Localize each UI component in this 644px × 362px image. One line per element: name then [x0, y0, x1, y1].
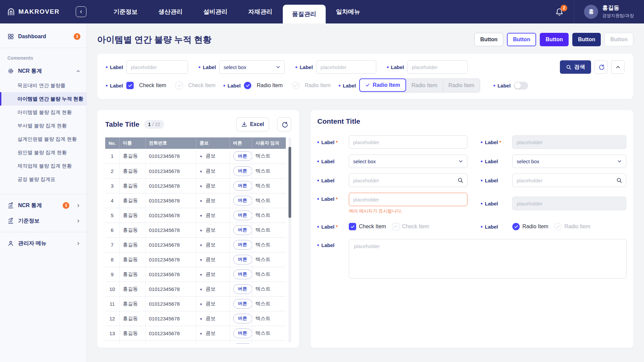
table-refresh-button[interactable] — [277, 117, 291, 131]
row-button[interactable]: 버튼 — [233, 299, 252, 309]
sidebar-subitem[interactable]: 제적업체 불량 집계 현황 — [0, 159, 86, 173]
row-custom: 텍스트 — [252, 282, 286, 296]
toggle-switch-off[interactable] — [514, 82, 528, 89]
table-title: Table Title — [105, 120, 139, 128]
row-combo[interactable]: ▼콤보 — [196, 311, 230, 326]
sidebar-item-dashboard[interactable]: Dashboard 3 — [0, 29, 86, 44]
search-field[interactable] — [512, 174, 626, 187]
row-combo[interactable]: ▼콤보 — [196, 296, 230, 311]
row-combo[interactable]: ▼콤보 — [196, 326, 230, 341]
textarea-field[interactable] — [349, 239, 627, 279]
row-button[interactable]: 버튼 — [233, 181, 252, 191]
row-combo[interactable]: ▼콤보 — [196, 223, 230, 237]
sidebar-subitem[interactable]: 공정 불량 집계표 — [0, 173, 86, 186]
sidebar-group-ncr-stats[interactable]: NCR 통계 — [0, 63, 86, 79]
sidebar-collapse-button[interactable] — [76, 6, 86, 17]
row-combo[interactable]: ▼콤보 — [196, 164, 230, 178]
main-menu-item[interactable]: 설비관리 — [193, 8, 238, 16]
notifications-button[interactable]: 2 — [555, 7, 564, 16]
outline-button[interactable]: Button — [474, 33, 503, 46]
row-combo[interactable]: ▼콤보 — [196, 341, 230, 344]
filter-text-input[interactable] — [126, 60, 188, 74]
search-field[interactable] — [349, 174, 467, 187]
sidebar: Dashboard 3 Comonents NCR 통계 목표대비 연간 불량률… — [0, 23, 87, 362]
divider — [0, 48, 86, 48]
filter-select[interactable]: select box — [219, 60, 285, 74]
table-row: 7홍길동01012345678▼콤보버튼텍스트 — [105, 237, 286, 252]
radio-checked[interactable] — [244, 82, 251, 89]
row-combo[interactable]: ▼콤보 — [196, 282, 230, 296]
radio-checked[interactable] — [512, 223, 520, 230]
row-combo[interactable]: ▼콤보 — [196, 267, 230, 282]
checkbox-checked[interactable] — [126, 82, 134, 89]
row-button[interactable]: 버튼 — [233, 225, 252, 235]
row-combo[interactable]: ▼콤보 — [196, 193, 230, 208]
outline-accent-button[interactable]: Button — [507, 33, 536, 46]
row-button-cell: 버튼 — [230, 267, 252, 282]
error-input[interactable] — [349, 193, 467, 206]
row-combo[interactable]: ▼콤보 — [196, 149, 230, 164]
main-menu-item[interactable]: 생산관리 — [148, 8, 193, 16]
brand[interactable]: MAKROVER — [7, 7, 60, 16]
sidebar-subitem[interactable]: 원인별 불량 집계 현황 — [0, 146, 86, 159]
row-button[interactable]: 버튼 — [233, 210, 252, 220]
combo-label: 콤보 — [205, 212, 215, 218]
search-button[interactable]: 검색 — [560, 60, 591, 74]
sidebar-item-base-info[interactable]: 기준정보 — [0, 213, 86, 229]
excel-export-button[interactable]: Excel — [236, 117, 269, 131]
row-combo[interactable]: ▼콤보 — [196, 237, 230, 252]
search-icon[interactable] — [457, 177, 463, 183]
checkbox-checked[interactable] — [349, 223, 356, 230]
row-button[interactable]: 버튼 — [233, 328, 252, 338]
row-button[interactable]: 버튼 — [233, 240, 252, 250]
main-menu-item[interactable]: 기준정보 — [103, 8, 148, 16]
table-row: 8홍길동01012345678▼콤보버튼텍스트 — [105, 252, 286, 267]
radio-disabled — [292, 82, 300, 89]
check-icon — [365, 83, 370, 87]
filter-text-input[interactable] — [316, 60, 376, 74]
filter-text-input[interactable] — [407, 60, 468, 74]
primary-button[interactable]: Button — [540, 33, 569, 46]
sidebar-subitem[interactable]: 목표대비 연간 불량률 — [0, 79, 86, 92]
bar-chart-icon — [7, 202, 14, 209]
sidebar-subitem-active[interactable]: 아이템별 연간 불량 누적 현황 — [0, 92, 86, 106]
main-menu: 기준정보 생산관리 설비관리 자재관리 품질관리 일차메뉴 — [103, 0, 371, 23]
sidebar-subitem[interactable]: 설계인원별 불량 집계 현황 — [0, 132, 86, 146]
bullet-icon — [339, 85, 340, 86]
row-combo[interactable]: ▼콤보 — [196, 208, 230, 223]
row-combo[interactable]: ▼콤보 — [196, 178, 230, 193]
segmented-option[interactable]: Radio Item — [443, 79, 479, 92]
sidebar-subitem[interactable]: 부서별 불량 집계 현황 — [0, 119, 86, 132]
column-header: No. — [105, 137, 119, 149]
row-name: 홍길동 — [119, 193, 145, 208]
row-button[interactable]: 버튼 — [233, 314, 252, 323]
avatar[interactable]: 홍 — [584, 5, 598, 19]
row-custom: 텍스트 — [252, 223, 286, 237]
form-select[interactable]: select box — [349, 155, 467, 168]
row-button[interactable]: 버튼 — [233, 196, 252, 205]
sidebar-item-ncr-stats[interactable]: NCR 통계 3 — [0, 198, 86, 213]
text-input[interactable] — [349, 135, 467, 149]
row-button[interactable]: 버튼 — [233, 166, 252, 176]
sidebar-item-admin-menu[interactable]: 관리자 메뉴 — [0, 236, 86, 251]
row-button[interactable]: 버튼 — [233, 151, 252, 161]
main-menu-item[interactable]: 자재관리 — [238, 8, 283, 16]
radio-disabled — [554, 223, 562, 230]
row-button[interactable]: 버튼 — [233, 343, 252, 344]
segmented-option-selected[interactable]: Radio Item — [359, 78, 406, 92]
sidebar-subitem[interactable]: 아이템별 불량 집계 현황 — [0, 106, 86, 119]
refresh-button[interactable] — [594, 60, 608, 74]
main-menu-item[interactable]: 일차메뉴 — [326, 8, 371, 16]
secondary-button[interactable]: Button — [572, 33, 601, 46]
row-button[interactable]: 버튼 — [233, 255, 252, 264]
main-menu-item-active[interactable]: 품질관리 — [283, 5, 326, 23]
row-button[interactable]: 버튼 — [233, 269, 252, 279]
filter-collapse-button[interactable] — [611, 60, 625, 74]
segmented-option[interactable]: Radio Item — [406, 79, 443, 92]
user-info[interactable]: 홍길동 경영지원팀/과장 — [602, 5, 634, 18]
search-icon[interactable] — [616, 177, 622, 183]
row-combo[interactable]: ▼콤보 — [196, 252, 230, 267]
row-button[interactable]: 버튼 — [233, 284, 252, 294]
form-select[interactable]: select box — [512, 155, 626, 168]
table-scrollbar-thumb[interactable] — [288, 147, 291, 218]
